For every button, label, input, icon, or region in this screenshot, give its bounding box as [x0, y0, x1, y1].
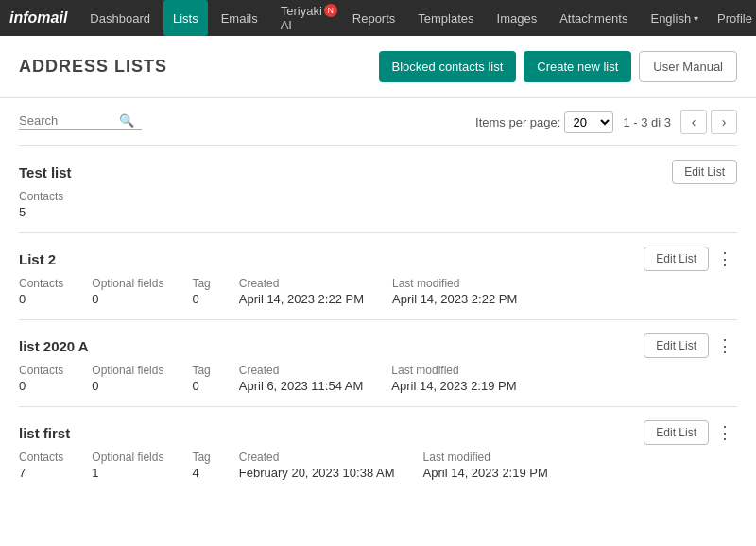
- contacts-value: 5: [19, 205, 63, 219]
- list-actions: Edit List ⋮: [644, 420, 737, 445]
- optional-fields-value: 0: [92, 292, 163, 306]
- next-page-button[interactable]: ›: [711, 110, 737, 134]
- more-options-button[interactable]: ⋮: [713, 248, 737, 269]
- header-actions: Blocked contacts list Create new list Us…: [379, 51, 737, 82]
- edit-list-button[interactable]: Edit List: [644, 420, 709, 445]
- created-value: April 14, 2023 2:22 PM: [239, 292, 364, 306]
- pagination-info: Items per page: 20 50 100 1 - 3 di 3 ‹ ›: [475, 110, 737, 134]
- nav-profile[interactable]: Profile: [708, 0, 756, 36]
- last-modified-label: Last modified: [392, 277, 517, 290]
- list-item: list first Edit List ⋮ Contacts 7 Option…: [19, 406, 737, 493]
- page: ADDRESS LISTS Blocked contacts list Crea…: [0, 36, 756, 546]
- prev-page-button[interactable]: ‹: [680, 110, 707, 134]
- list-name: Test list: [19, 164, 72, 180]
- nav-dashboard[interactable]: Dashboard: [80, 0, 160, 36]
- optional-fields-col: Optional fields 1: [92, 451, 163, 480]
- edit-list-button[interactable]: Edit List: [644, 247, 709, 271]
- last-modified-value: April 14, 2023 2:22 PM: [392, 292, 517, 306]
- list-item-header: list 2020 A Edit List ⋮: [19, 333, 737, 358]
- items-per-page: Items per page: 20 50 100: [475, 111, 613, 133]
- list-item: list 2020 A Edit List ⋮ Contacts 0 Optio…: [19, 319, 737, 406]
- optional-fields-value: 1: [92, 466, 163, 480]
- contacts-label: Contacts: [19, 277, 63, 290]
- created-col: Created April 6, 2023 11:54 AM: [239, 364, 364, 393]
- edit-list-button[interactable]: Edit List: [644, 333, 709, 358]
- tag-col: Tag 0: [192, 277, 210, 306]
- list-name: List 2: [19, 251, 56, 267]
- tag-col: Tag 4: [192, 451, 210, 480]
- tag-label: Tag: [192, 364, 210, 377]
- tag-value: 4: [192, 466, 210, 480]
- tag-value: 0: [192, 292, 210, 306]
- last-modified-col: Last modified April 14, 2023 2:19 PM: [391, 364, 516, 393]
- page-header: ADDRESS LISTS Blocked contacts list Crea…: [0, 36, 756, 98]
- list-name: list 2020 A: [19, 338, 89, 354]
- last-modified-col: Last modified April 14, 2023 2:19 PM: [423, 451, 548, 480]
- nav-reports[interactable]: Reports: [343, 0, 405, 36]
- optional-fields-label: Optional fields: [92, 364, 163, 377]
- page-nav: ‹ ›: [680, 110, 737, 134]
- created-col: Created February 20, 2023 10:38 AM: [239, 451, 395, 480]
- tag-label: Tag: [192, 277, 210, 290]
- list-item-header: list first Edit List ⋮: [19, 420, 737, 445]
- last-modified-value: April 14, 2023 2:19 PM: [391, 379, 516, 393]
- tag-value: 0: [192, 379, 210, 393]
- optional-fields-col: Optional fields 0: [92, 364, 163, 393]
- tag-col: Tag 0: [192, 364, 210, 393]
- contacts-col: Contacts 0: [19, 277, 63, 306]
- create-new-list-button[interactable]: Create new list: [524, 51, 631, 82]
- list-meta: Contacts 7 Optional fields 1 Tag 4 Creat…: [19, 451, 737, 480]
- list-item-header: List 2 Edit List ⋮: [19, 247, 737, 271]
- edit-list-button[interactable]: Edit List: [672, 160, 737, 184]
- contacts-label: Contacts: [19, 190, 63, 203]
- tag-label: Tag: [192, 451, 210, 464]
- search-icon: 🔍: [119, 113, 134, 128]
- brand: infomail: [9, 9, 67, 26]
- optional-fields-value: 0: [92, 379, 163, 393]
- nav-attachments[interactable]: Attachments: [550, 0, 637, 36]
- nav-emails[interactable]: Emails: [212, 0, 267, 36]
- list-actions: Edit List ⋮: [644, 247, 737, 271]
- last-modified-col: Last modified April 14, 2023 2:22 PM: [392, 277, 517, 306]
- items-per-page-select[interactable]: 20 50 100: [564, 111, 613, 133]
- list-meta: Contacts 0 Optional fields 0 Tag 0 Creat…: [19, 364, 737, 393]
- user-manual-button[interactable]: User Manual: [639, 51, 737, 82]
- search-input[interactable]: [19, 113, 113, 128]
- contacts-col: Contacts 7: [19, 451, 63, 480]
- list-item: List 2 Edit List ⋮ Contacts 0 Optional f…: [19, 232, 737, 319]
- language-dropdown[interactable]: English ▾: [644, 11, 704, 26]
- created-col: Created April 14, 2023 2:22 PM: [239, 277, 364, 306]
- list-meta: Contacts 5: [19, 190, 737, 219]
- contacts-col: Contacts 5: [19, 190, 63, 219]
- contacts-value: 7: [19, 466, 63, 480]
- last-modified-label: Last modified: [391, 364, 516, 377]
- created-value: February 20, 2023 10:38 AM: [239, 466, 395, 480]
- contacts-label: Contacts: [19, 364, 63, 377]
- list-item: Test list Edit List Contacts 5: [19, 145, 737, 232]
- nav-teriyaki-ai[interactable]: Teriyaki AI N: [271, 0, 339, 36]
- last-modified-value: April 14, 2023 2:19 PM: [423, 466, 548, 480]
- chevron-down-icon: ▾: [694, 13, 698, 24]
- last-modified-label: Last modified: [423, 451, 548, 464]
- list-container: Test list Edit List Contacts 5 List 2 Ed…: [0, 145, 756, 493]
- search-box: 🔍: [19, 113, 142, 130]
- nav-lists[interactable]: Lists: [163, 0, 208, 36]
- nav-templates[interactable]: Templates: [408, 0, 483, 36]
- more-options-button[interactable]: ⋮: [713, 335, 737, 356]
- contacts-value: 0: [19, 379, 63, 393]
- optional-fields-label: Optional fields: [92, 451, 163, 464]
- optional-fields-col: Optional fields 0: [92, 277, 163, 306]
- optional-fields-label: Optional fields: [92, 277, 163, 290]
- items-per-page-label: Items per page:: [475, 115, 560, 129]
- toolbar: 🔍 Items per page: 20 50 100 1 - 3 di 3 ‹…: [0, 98, 756, 145]
- ai-badge: N: [324, 4, 337, 17]
- list-actions: Edit List: [672, 160, 737, 184]
- list-item-header: Test list Edit List: [19, 160, 737, 184]
- contacts-label: Contacts: [19, 451, 63, 464]
- navbar: infomail Dashboard Lists Emails Teriyaki…: [0, 0, 756, 36]
- list-actions: Edit List ⋮: [644, 333, 737, 358]
- more-options-button[interactable]: ⋮: [713, 422, 737, 443]
- nav-images[interactable]: Images: [488, 0, 547, 36]
- blocked-contacts-button[interactable]: Blocked contacts list: [379, 51, 517, 82]
- page-title: ADDRESS LISTS: [19, 57, 167, 77]
